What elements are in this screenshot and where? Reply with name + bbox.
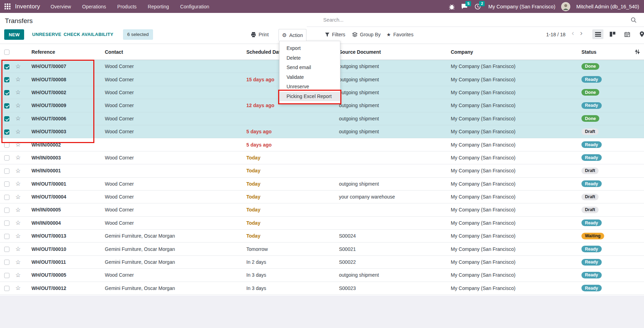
star-icon[interactable]: ☆ [15,63,21,70]
table-row[interactable]: ☆ WH/IN/00004 Wood Corner Today My Compa… [0,216,644,229]
column-header-reference[interactable]: Reference [27,44,105,60]
action-menu-item-picking-excel-report[interactable]: Picking Excel Report [280,92,340,102]
action-menu-item-send-email[interactable]: Send email [280,63,340,73]
company-switcher[interactable]: My Company (San Francisco) [488,4,555,9]
check-availability-button[interactable]: CHECK AVAILABILITY [64,29,113,40]
table-row[interactable]: ☆ WH/OUT/00003 Wood Corner 5 days ago ou… [0,125,644,138]
page-title: Transfers [5,17,33,25]
row-scheduled-date: In 2 days [246,259,266,265]
row-source-document [337,164,449,177]
star-icon[interactable]: ☆ [15,194,21,200]
row-checkbox[interactable] [4,90,9,95]
star-icon[interactable]: ☆ [15,207,21,213]
star-icon[interactable]: ☆ [15,285,21,291]
table-row[interactable]: ☆ WH/IN/00005 Wood Corner Today My Compa… [0,203,644,216]
optional-columns-icon[interactable] [631,49,644,54]
apps-menu-icon[interactable] [5,3,10,9]
messages-icon[interactable]: 5 [461,3,469,10]
row-checkbox[interactable] [4,208,9,213]
table-row[interactable]: ☆ WH/OUT/00012 Gemini Furniture, Oscar M… [0,282,644,295]
pager-next-icon[interactable]: › [580,29,583,37]
table-row[interactable]: ☆ WH/OUT/00013 Gemini Furniture, Oscar M… [0,230,644,243]
row-checkbox[interactable] [4,273,9,278]
star-icon[interactable]: ☆ [15,167,21,174]
nav-item-reporting[interactable]: Reporting [148,4,169,9]
column-header-company[interactable]: Company [449,44,578,60]
star-icon[interactable]: ☆ [15,219,21,226]
table-row[interactable]: ☆ WH/OUT/00011 Gemini Furniture, Oscar M… [0,255,644,268]
row-checkbox[interactable] [4,116,9,121]
avatar[interactable] [561,2,570,11]
nav-item-products[interactable]: Products [117,4,137,9]
table-row[interactable]: ☆ WH/OUT/00004 Wood Corner Today your co… [0,190,644,203]
table-row[interactable]: ☆ WH/OUT/00001 Wood Corner Today outgoin… [0,177,644,190]
star-icon[interactable]: ☆ [15,246,21,252]
action-menu-item-unreserve[interactable]: Unreserve [280,82,340,92]
action-menu-item-validate[interactable]: Validate [280,73,340,82]
column-header-status[interactable]: Status [578,44,631,60]
table-row[interactable]: ☆ WH/IN/00002 5 days ago My Company (San… [0,138,644,151]
row-checkbox[interactable] [4,77,9,82]
nav-item-configuration[interactable]: Configuration [180,4,209,9]
pager-previous-icon[interactable]: ‹ [572,29,574,37]
table-row[interactable]: ☆ WH/OUT/00005 Wood Corner In 3 days out… [0,269,644,282]
action-button[interactable]: ⚙ Action [278,29,306,41]
column-header-source-document[interactable]: Source Document [337,44,449,60]
action-menu-item-delete[interactable]: Delete [280,53,340,63]
nav-item-operations[interactable]: Operations [82,4,106,9]
star-icon[interactable]: ☆ [15,180,21,187]
table-row[interactable]: ☆ WH/IN/00003 Wood Corner Today My Compa… [0,151,644,164]
star-icon[interactable]: ☆ [15,102,21,109]
star-icon[interactable]: ☆ [15,259,21,266]
row-checkbox[interactable] [4,195,9,200]
star-icon[interactable]: ☆ [15,128,21,135]
search-input[interactable]: Search... [323,17,343,23]
search-bar[interactable]: Search... [307,14,644,27]
select-all-checkbox[interactable] [4,50,9,55]
list-view-icon[interactable] [592,29,603,39]
search-icon[interactable] [631,17,637,23]
filters-button[interactable]: Filters [325,29,345,40]
debug-bug-icon[interactable] [449,3,455,10]
app-name[interactable]: Inventory [15,3,40,10]
star-icon[interactable]: ☆ [15,89,21,96]
star-icon[interactable]: ☆ [15,141,21,148]
row-source-document: S00023 [337,282,449,295]
row-checkbox[interactable] [4,142,9,148]
row-checkbox[interactable] [4,155,9,161]
row-checkbox[interactable] [4,169,9,174]
row-checkbox[interactable] [4,234,9,239]
map-view-icon[interactable] [636,29,644,39]
row-checkbox[interactable] [4,103,9,109]
row-checkbox[interactable] [4,64,9,69]
new-button[interactable]: NEW [4,29,24,40]
unreserve-button[interactable]: UNRESERVE [32,29,61,40]
table-row[interactable]: ☆ WH/IN/00001 Today My Company (San Fran… [0,164,644,177]
star-icon[interactable]: ☆ [15,154,21,161]
table-row[interactable]: ☆ WH/OUT/00006 Wood Corner outgoing ship… [0,112,644,125]
group-by-button[interactable]: Group By [352,29,381,40]
star-icon[interactable]: ☆ [15,233,21,239]
row-contact: Wood Corner [105,60,246,73]
star-icon[interactable]: ☆ [15,115,21,122]
row-checkbox[interactable] [4,181,9,187]
favorites-button[interactable]: ★ Favorites [386,29,413,40]
activities-icon[interactable]: 2 [475,3,482,10]
calendar-view-icon[interactable] [622,29,633,39]
status-badge: Ready [581,76,602,83]
user-menu[interactable]: Mitchell Admin (db_16_540) [576,4,639,9]
kanban-view-icon[interactable] [607,29,618,39]
star-icon[interactable]: ☆ [15,76,21,83]
action-menu-item-export[interactable]: Export [280,44,340,53]
row-checkbox[interactable] [4,260,9,265]
row-checkbox[interactable] [4,286,9,291]
star-icon[interactable]: ☆ [15,272,21,278]
nav-item-overview[interactable]: Overview [51,4,71,9]
row-scheduled-date: In 3 days [246,285,266,291]
column-header-contact[interactable]: Contact [105,44,246,60]
row-checkbox[interactable] [4,247,9,252]
row-checkbox[interactable] [4,221,9,226]
row-checkbox[interactable] [4,129,9,135]
table-row[interactable]: ☆ WH/OUT/00010 Gemini Furniture, Oscar M… [0,243,644,255]
print-button[interactable]: Print [251,29,269,40]
